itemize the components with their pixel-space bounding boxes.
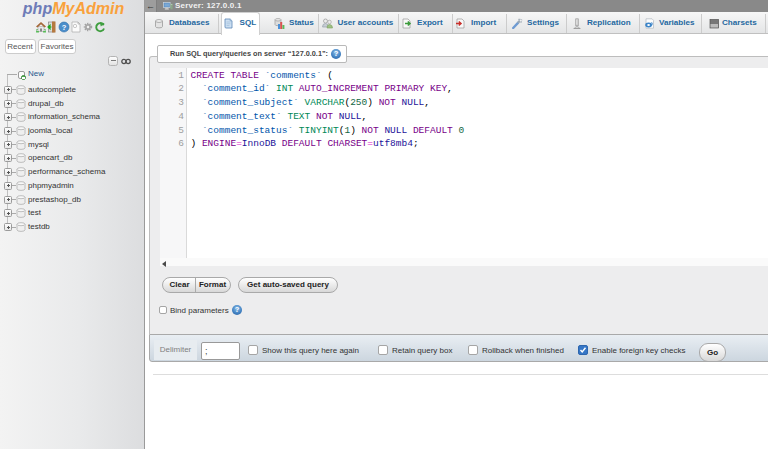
svg-text:?: ? (62, 23, 67, 32)
